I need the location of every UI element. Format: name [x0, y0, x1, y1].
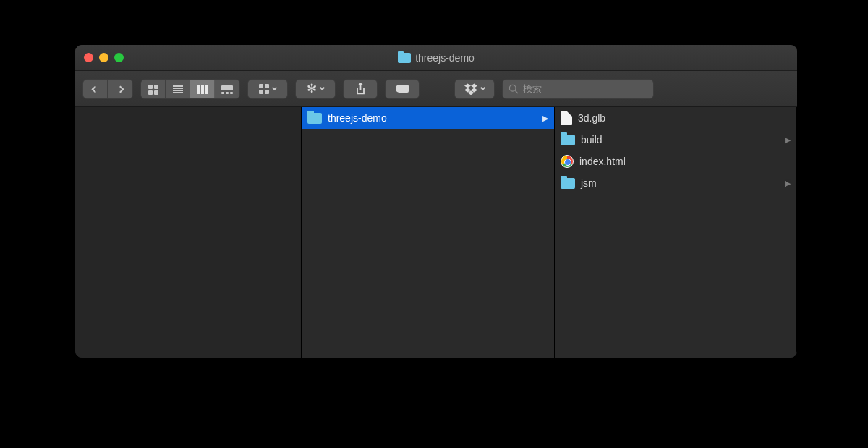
gallery-view-button[interactable]: [215, 80, 239, 99]
toolbar: ✻ 検索: [75, 71, 797, 107]
list-item[interactable]: build ▶: [555, 129, 796, 151]
folder-icon: [398, 53, 411, 63]
item-name: 3d.glb: [578, 112, 605, 124]
minimize-window-button[interactable]: [99, 53, 109, 62]
item-name: threejs-demo: [328, 112, 387, 124]
tag-icon: [396, 85, 409, 93]
chevron-right-icon: ▶: [785, 135, 791, 145]
titlebar: threejs-demo: [75, 45, 797, 71]
folder-icon: [307, 113, 322, 124]
list-view-button[interactable]: [166, 80, 190, 99]
list-item[interactable]: 3d.glb: [555, 107, 796, 129]
list-item[interactable]: index.html: [555, 151, 796, 172]
dropbox-button[interactable]: [454, 79, 495, 99]
chevron-down-icon: [272, 85, 277, 90]
tags-button[interactable]: [385, 79, 420, 99]
list-item[interactable]: jsm ▶: [555, 172, 796, 194]
chevron-down-icon: [480, 85, 485, 90]
item-name: jsm: [581, 177, 597, 189]
column-2[interactable]: threejs-demo ▶: [302, 107, 555, 358]
gallery-icon: [221, 85, 233, 94]
file-icon: [561, 111, 572, 125]
column-3[interactable]: 3d.glb build ▶ index.html jsm ▶: [555, 107, 797, 358]
grid-icon: [148, 85, 158, 95]
gear-icon: ✻: [307, 83, 317, 95]
column-browser: threejs-demo ▶ 3d.glb build ▶ index.html…: [75, 107, 797, 358]
forward-button[interactable]: [108, 80, 132, 99]
chevron-right-icon: ▶: [785, 179, 791, 188]
close-window-button[interactable]: [84, 53, 93, 62]
window-title-text: threejs-demo: [415, 52, 475, 64]
back-button[interactable]: [83, 80, 108, 99]
dropbox-icon: [464, 83, 477, 95]
chevron-right-icon: ▶: [542, 114, 548, 123]
share-icon: [355, 83, 366, 96]
search-placeholder: 検索: [523, 83, 542, 96]
svg-line-1: [515, 90, 518, 93]
column-1[interactable]: [75, 107, 302, 358]
action-menu-button[interactable]: ✻: [295, 79, 336, 99]
zoom-window-button[interactable]: [114, 53, 124, 62]
nav-group: [82, 79, 133, 99]
columns-icon: [197, 85, 208, 94]
share-button[interactable]: [343, 79, 378, 99]
list-icon: [173, 85, 183, 94]
grid-icon: [259, 84, 269, 94]
chevron-down-icon: [320, 85, 325, 90]
view-group: [140, 79, 240, 99]
search-icon: [509, 84, 519, 94]
item-name: build: [581, 134, 603, 145]
group-by-button[interactable]: [247, 79, 288, 99]
search-input[interactable]: 検索: [502, 79, 654, 99]
traffic-lights: [84, 53, 124, 62]
folder-icon: [561, 135, 575, 145]
svg-point-0: [509, 85, 516, 91]
chrome-icon: [561, 155, 574, 168]
icon-view-button[interactable]: [141, 80, 166, 99]
folder-icon: [561, 178, 575, 189]
item-name: index.html: [579, 156, 626, 167]
window-title: threejs-demo: [398, 52, 475, 64]
column-view-button[interactable]: [190, 80, 215, 99]
finder-window: threejs-demo ✻: [75, 45, 797, 358]
list-item[interactable]: threejs-demo ▶: [302, 107, 554, 129]
